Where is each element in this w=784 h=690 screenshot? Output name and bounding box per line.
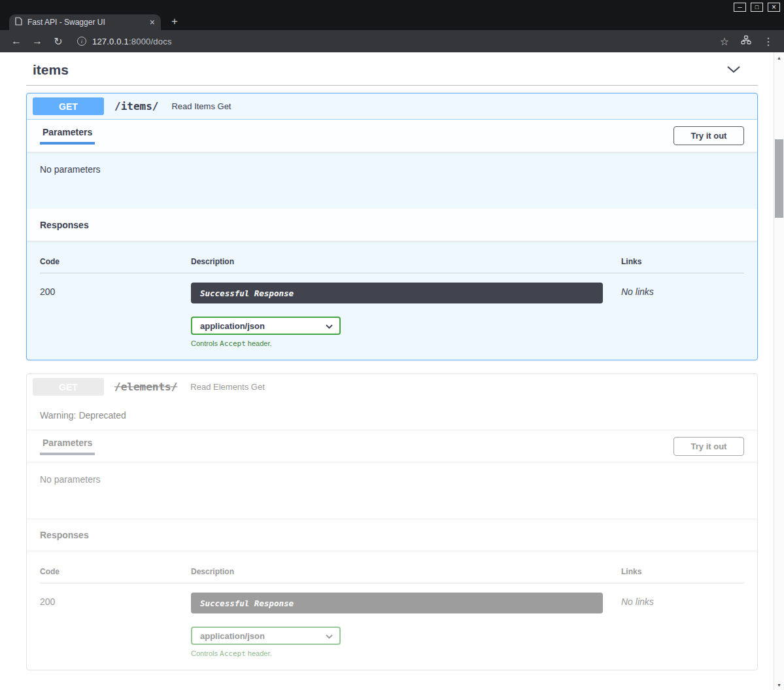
no-parameters-text: No parameters bbox=[40, 164, 101, 175]
parameters-body: No parameters bbox=[27, 462, 757, 519]
scroll-down-icon[interactable]: ▼ bbox=[774, 680, 784, 690]
address-bar[interactable]: i 127.0.0.1:8000/docs bbox=[77, 37, 720, 46]
responses-table-header: Code Description Links bbox=[40, 257, 744, 273]
try-it-out-button[interactable]: Try it out bbox=[673, 126, 744, 145]
browser-tab[interactable]: Fast API - Swagger UI × bbox=[9, 14, 161, 30]
minimize-icon: ─ bbox=[738, 5, 741, 10]
response-row: 200 Successful Response application/json… bbox=[40, 283, 744, 348]
chevron-down-icon[interactable] bbox=[726, 64, 741, 76]
page-viewport: items GET /items/ Read Items Get Paramet… bbox=[0, 52, 784, 690]
media-type-select[interactable]: application/json bbox=[191, 317, 341, 335]
column-links: Links bbox=[621, 257, 744, 266]
media-type-select[interactable]: application/json bbox=[191, 627, 341, 645]
parameters-body: No parameters bbox=[27, 152, 757, 209]
media-router-icon[interactable] bbox=[741, 35, 751, 47]
tab-parameters[interactable]: Parameters bbox=[40, 127, 95, 145]
response-links: No links bbox=[621, 283, 744, 348]
swagger-content: items GET /items/ Read Items Get Paramet… bbox=[26, 52, 758, 670]
operation-summary: Read Elements Get bbox=[190, 382, 264, 392]
vertical-scrollbar[interactable]: ▲ ▼ bbox=[774, 52, 784, 690]
responses-header: Responses bbox=[27, 519, 757, 551]
bookmark-star-icon[interactable]: ☆ bbox=[720, 35, 729, 48]
column-description: Description bbox=[191, 257, 621, 266]
opblock-summary[interactable]: GET /items/ Read Items Get bbox=[27, 94, 757, 120]
scroll-up-icon[interactable]: ▲ bbox=[774, 52, 784, 63]
back-icon[interactable]: ← bbox=[8, 35, 25, 47]
operation-path: /elements/ bbox=[114, 381, 177, 393]
media-type-value: application/json bbox=[200, 631, 265, 641]
response-links: No links bbox=[621, 593, 744, 658]
response-description: Successful Response bbox=[191, 593, 603, 613]
column-code: Code bbox=[40, 567, 191, 576]
reload-icon[interactable]: ↻ bbox=[50, 35, 67, 48]
column-links: Links bbox=[621, 567, 744, 576]
new-tab-button[interactable]: + bbox=[171, 15, 178, 30]
select-chevron-icon bbox=[326, 321, 333, 331]
window-close-button[interactable]: × bbox=[768, 3, 780, 12]
window-minimize-button[interactable]: ─ bbox=[734, 3, 746, 12]
response-row: 200 Successful Response application/json… bbox=[40, 593, 744, 658]
tag-section-title: items bbox=[33, 61, 69, 78]
tab-parameters[interactable]: Parameters bbox=[40, 438, 95, 455]
responses-title: Responses bbox=[40, 530, 89, 540]
responses-body: Code Description Links 200 Successful Re… bbox=[27, 241, 757, 360]
tab-title: Fast API - Swagger UI bbox=[27, 18, 145, 27]
note-code: Accept bbox=[220, 339, 246, 348]
responses-title: Responses bbox=[40, 220, 89, 230]
controls-accept-note: Controls Accept header. bbox=[191, 649, 621, 658]
window-titlebar: ─ □ × bbox=[0, 0, 784, 14]
opblock-get-items: GET /items/ Read Items Get Parameters Tr… bbox=[26, 93, 758, 360]
media-type-value: application/json bbox=[200, 321, 265, 331]
operation-summary: Read Items Get bbox=[171, 101, 231, 111]
column-description: Description bbox=[191, 567, 621, 576]
response-description: Successful Response bbox=[191, 283, 603, 303]
response-description-cell: Successful Response application/json Con… bbox=[191, 593, 621, 658]
browser-navbar: ← → ↻ i 127.0.0.1:8000/docs ☆ ⋮ bbox=[0, 30, 784, 52]
note-prefix: Controls bbox=[191, 339, 220, 347]
column-code: Code bbox=[40, 257, 191, 266]
select-chevron-icon bbox=[326, 631, 333, 641]
page-icon bbox=[15, 16, 22, 28]
window-maximize-button[interactable]: □ bbox=[751, 3, 763, 12]
response-code: 200 bbox=[40, 593, 191, 658]
site-info-icon[interactable]: i bbox=[77, 37, 86, 46]
operation-path: /items/ bbox=[114, 100, 158, 112]
controls-accept-note: Controls Accept header. bbox=[191, 339, 621, 348]
maximize-icon: □ bbox=[755, 5, 758, 10]
method-badge: GET bbox=[33, 97, 104, 115]
response-description-cell: Successful Response application/json Con… bbox=[191, 283, 621, 348]
note-prefix: Controls bbox=[191, 649, 220, 657]
url-text[interactable]: 127.0.0.1:8000/docs bbox=[92, 37, 172, 46]
close-icon: × bbox=[772, 3, 776, 11]
responses-header: Responses bbox=[27, 209, 757, 241]
browser-menu-icon[interactable]: ⋮ bbox=[763, 35, 774, 48]
method-badge: GET bbox=[33, 378, 104, 396]
forward-icon[interactable]: → bbox=[29, 35, 46, 47]
tab-close-icon[interactable]: × bbox=[150, 17, 155, 27]
navbar-actions: ☆ ⋮ bbox=[720, 35, 776, 48]
note-suffix: header. bbox=[246, 649, 272, 657]
scrollbar-thumb[interactable] bbox=[775, 139, 783, 218]
opblock-summary[interactable]: GET /elements/ Read Elements Get bbox=[27, 374, 757, 400]
responses-body: Code Description Links 200 Successful Re… bbox=[27, 551, 757, 670]
response-code: 200 bbox=[40, 283, 191, 348]
opblock-get-elements-deprecated: GET /elements/ Read Elements Get Warning… bbox=[26, 373, 758, 670]
deprecated-warning: Warning: Deprecated bbox=[27, 400, 757, 430]
note-suffix: header. bbox=[246, 339, 272, 347]
parameters-header: Parameters Try it out bbox=[27, 120, 757, 152]
tag-section-header[interactable]: items bbox=[26, 59, 758, 86]
try-it-out-button[interactable]: Try it out bbox=[673, 437, 744, 456]
parameters-header: Parameters Try it out bbox=[27, 430, 757, 462]
responses-table-header: Code Description Links bbox=[40, 567, 744, 583]
browser-tabbar: Fast API - Swagger UI × + bbox=[0, 14, 784, 30]
note-code: Accept bbox=[220, 649, 246, 658]
no-parameters-text: No parameters bbox=[40, 474, 101, 485]
url-host: 127.0.0.1 bbox=[92, 37, 129, 46]
url-path: :8000/docs bbox=[129, 37, 172, 46]
